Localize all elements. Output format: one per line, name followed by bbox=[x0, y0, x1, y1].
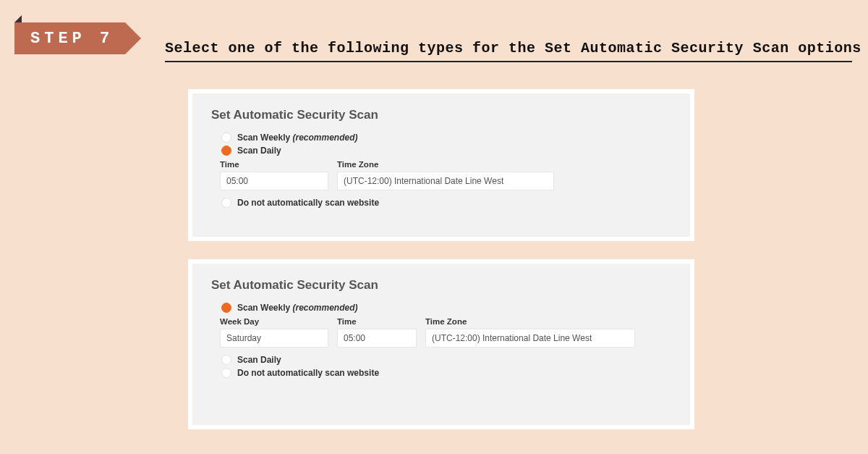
decorative-triangle bbox=[14, 15, 22, 22]
radio-unchecked-icon bbox=[221, 368, 231, 378]
radio-unchecked-icon bbox=[221, 355, 231, 365]
weekday-field: Week Day Saturday bbox=[220, 317, 328, 348]
radio-unchecked-icon bbox=[221, 133, 231, 143]
panel-title: Set Automatic Security Scan bbox=[211, 278, 671, 293]
option-scan-weekly[interactable]: Scan Weekly (recommended) bbox=[221, 133, 671, 143]
option-scan-weekly[interactable]: Scan Weekly (recommended) bbox=[221, 303, 671, 313]
timezone-field: Time Zone (UTC-12:00) International Date… bbox=[425, 317, 635, 348]
time-input[interactable]: 05:00 bbox=[220, 172, 328, 190]
instruction-text: Select one of the following types for th… bbox=[165, 40, 861, 56]
timezone-input-value: (UTC-12:00) International Date Line West bbox=[344, 176, 503, 186]
step-badge: STEP 7 bbox=[14, 22, 125, 54]
field-label-time: Time bbox=[337, 317, 417, 326]
time-input-value: 05:00 bbox=[226, 176, 248, 186]
option-scan-daily[interactable]: Scan Daily bbox=[221, 355, 671, 365]
timezone-input-value: (UTC-12:00) International Date Line West bbox=[432, 333, 592, 343]
instruction-row: Select one of the following types for th… bbox=[165, 40, 852, 62]
option-label: Scan Daily bbox=[237, 355, 281, 365]
option-do-not-scan[interactable]: Do not automatically scan website bbox=[221, 198, 671, 208]
weekday-input-value: Saturday bbox=[226, 333, 261, 343]
option-label: Do not automatically scan website bbox=[237, 198, 379, 208]
option-label: Scan Weekly bbox=[237, 133, 290, 143]
option-label: Scan Daily bbox=[237, 146, 281, 156]
screenshot-panel-daily: Set Automatic Security Scan Scan Weekly … bbox=[188, 89, 694, 241]
panel-title: Set Automatic Security Scan bbox=[211, 108, 671, 122]
time-input[interactable]: 05:00 bbox=[337, 329, 417, 348]
option-label: Scan Weekly bbox=[237, 303, 290, 313]
time-input-value: 05:00 bbox=[344, 333, 365, 343]
field-label-timezone: Time Zone bbox=[425, 317, 635, 326]
timezone-input[interactable]: (UTC-12:00) International Date Line West bbox=[425, 329, 635, 348]
field-label-weekday: Week Day bbox=[220, 317, 328, 326]
time-field: Time 05:00 bbox=[220, 160, 328, 190]
radio-checked-icon bbox=[221, 303, 231, 313]
radio-checked-icon bbox=[221, 146, 231, 156]
security-scan-panel: Set Automatic Security Scan Scan Weekly … bbox=[192, 93, 690, 237]
option-note: (recommended) bbox=[293, 133, 358, 143]
field-label-timezone: Time Zone bbox=[337, 160, 554, 169]
step-badge-text: STEP 7 bbox=[30, 30, 114, 48]
timezone-input[interactable]: (UTC-12:00) International Date Line West bbox=[337, 172, 554, 190]
option-label: Do not automatically scan website bbox=[237, 368, 379, 378]
option-note: (recommended) bbox=[293, 303, 358, 313]
option-scan-daily[interactable]: Scan Daily bbox=[221, 146, 671, 156]
weekly-fields: Week Day Saturday Time 05:00 Time Zone (… bbox=[220, 317, 671, 348]
time-field: Time 05:00 bbox=[337, 317, 417, 348]
radio-unchecked-icon bbox=[221, 198, 231, 208]
option-do-not-scan[interactable]: Do not automatically scan website bbox=[221, 368, 671, 378]
daily-fields: Time 05:00 Time Zone (UTC-12:00) Interna… bbox=[220, 160, 671, 190]
screenshot-panel-weekly: Set Automatic Security Scan Scan Weekly … bbox=[188, 259, 694, 429]
timezone-field: Time Zone (UTC-12:00) International Date… bbox=[337, 160, 554, 190]
weekday-input[interactable]: Saturday bbox=[220, 329, 328, 348]
field-label-time: Time bbox=[220, 160, 328, 169]
security-scan-panel: Set Automatic Security Scan Scan Weekly … bbox=[192, 264, 690, 425]
